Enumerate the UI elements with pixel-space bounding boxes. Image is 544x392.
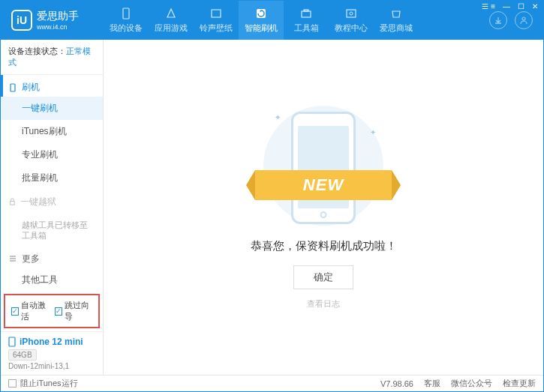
new-ribbon: NEW — [255, 170, 392, 200]
sidebar: 设备连接状态：正常模式 刷机 一键刷机 iTunes刷机 专业刷机 批量刷机 一… — [1, 40, 104, 375]
tab-my-device[interactable]: 我的设备 — [104, 1, 149, 40]
lock-icon — [8, 198, 17, 206]
jailbreak-notice: 越狱工具已转移至工具箱 — [1, 214, 103, 247]
device-storage: 64GB — [8, 349, 37, 361]
app-site: www.i4.cn — [37, 23, 79, 31]
close-icon[interactable]: ✕ — [529, 2, 541, 10]
menu-icon[interactable]: ☰ ≡ — [479, 2, 498, 10]
flash-options-highlight: ✓ 自动激活 ✓ 跳过向导 — [4, 294, 100, 328]
download-button[interactable] — [489, 11, 507, 29]
tab-label: 铃声壁纸 — [200, 22, 233, 34]
svg-point-6 — [350, 12, 353, 15]
sidebar-section-flash[interactable]: 刷机 — [1, 75, 103, 97]
tab-label: 应用游戏 — [155, 22, 188, 34]
status-label: 设备连接状态： — [8, 46, 66, 55]
tab-label: 智能刷机 — [245, 22, 278, 34]
sidebar-item-oneclick[interactable]: 一键刷机 — [1, 97, 103, 120]
tab-flash[interactable]: 智能刷机 — [239, 1, 284, 40]
toolbox-icon — [299, 7, 313, 20]
sidebar-item-batch-flash[interactable]: 批量刷机 — [1, 166, 103, 190]
svg-rect-9 — [11, 202, 15, 205]
checkbox-auto-activate[interactable]: ✓ 自动激活 — [11, 300, 49, 322]
main-content: ✦ ✦ + NEW 恭喜您，保资料刷机成功啦！ 确定 查看日志 — [104, 40, 543, 375]
logo-icon: iU — [11, 10, 32, 31]
checkbox-icon: ✓ — [11, 307, 19, 316]
wechat-link[interactable]: 微信公众号 — [451, 378, 492, 389]
svg-rect-0 — [123, 8, 129, 19]
svg-rect-8 — [11, 84, 15, 91]
tutorial-icon — [344, 7, 358, 20]
svg-rect-3 — [302, 11, 311, 17]
svg-rect-10 — [9, 337, 15, 346]
svg-rect-1 — [212, 10, 221, 17]
tab-store[interactable]: 爱思商城 — [374, 1, 419, 40]
sidebar-item-pro-flash[interactable]: 专业刷机 — [1, 143, 103, 166]
window-controls: ☰ ≡ — ☐ ✕ — [479, 0, 541, 12]
phone-icon — [8, 337, 16, 347]
ok-button[interactable]: 确定 — [293, 265, 353, 289]
version-label: V7.98.66 — [380, 379, 413, 388]
checkbox-icon: ✓ — [55, 307, 62, 316]
apps-icon — [164, 7, 178, 20]
view-log-link[interactable]: 查看日志 — [307, 298, 340, 310]
jailbreak-label: 一键越狱 — [20, 196, 56, 208]
sparkle-icon: ✦ — [370, 128, 376, 136]
device-firmware: Down-12mini-13,1 — [8, 362, 95, 370]
tab-label: 工具箱 — [294, 22, 319, 34]
phone-graphic — [291, 112, 356, 224]
device-name-text: iPhone 12 mini — [20, 337, 83, 347]
statusbar: 阻止iTunes运行 V7.98.66 客服 微信公众号 检查更新 — [1, 375, 543, 391]
svg-rect-4 — [304, 10, 308, 11]
phone-icon — [119, 7, 133, 20]
user-button[interactable] — [515, 11, 533, 29]
tab-label: 教程中心 — [335, 22, 368, 34]
connection-status: 设备连接状态：正常模式 — [1, 40, 103, 75]
svg-point-7 — [522, 17, 525, 20]
success-illustration: ✦ ✦ + NEW 恭喜您，保资料刷机成功啦！ 确定 查看日志 — [251, 106, 397, 310]
nav-tabs: 我的设备 应用游戏 铃声壁纸 智能刷机 工具箱 教程中心 爱思商城 — [104, 1, 489, 40]
more-icon — [8, 254, 17, 263]
wallpaper-icon — [209, 7, 223, 20]
flash-icon — [254, 7, 268, 20]
block-itunes-label: 阻止iTunes运行 — [20, 378, 78, 389]
phone-icon — [8, 83, 17, 92]
sidebar-section-jailbreak: 一键越狱 — [1, 190, 103, 214]
tab-apps[interactable]: 应用游戏 — [149, 1, 194, 40]
tab-label: 爱思商城 — [380, 22, 413, 34]
titlebar-actions — [489, 11, 543, 29]
ribbon-text: NEW — [303, 175, 344, 195]
check-update-link[interactable]: 检查更新 — [503, 378, 536, 389]
sparkle-icon: ✦ — [275, 113, 281, 121]
sidebar-section-more[interactable]: 更多 — [1, 247, 103, 268]
checkbox-skip-guide[interactable]: ✓ 跳过向导 — [55, 300, 92, 322]
success-message: 恭喜您，保资料刷机成功啦！ — [251, 239, 397, 253]
device-name[interactable]: iPhone 12 mini — [8, 337, 95, 347]
customer-service-link[interactable]: 客服 — [424, 378, 440, 389]
svg-rect-5 — [347, 10, 356, 17]
titlebar: ☰ ≡ — ☐ ✕ iU 爱思助手 www.i4.cn 我的设备 应用游戏 铃声… — [1, 1, 543, 40]
sidebar-item-itunes-flash[interactable]: iTunes刷机 — [1, 120, 103, 143]
tab-label: 我的设备 — [110, 22, 143, 34]
app-logo: iU 爱思助手 www.i4.cn — [1, 10, 104, 31]
minimize-icon[interactable]: — — [500, 2, 513, 10]
app-name: 爱思助手 — [37, 10, 79, 23]
store-icon — [389, 7, 403, 20]
section-label: 更多 — [22, 253, 40, 265]
checkbox-label: 跳过向导 — [65, 300, 92, 322]
maximize-icon[interactable]: ☐ — [515, 2, 527, 10]
device-info: iPhone 12 mini 64GB Down-12mini-13,1 — [1, 331, 103, 375]
tab-toolbox[interactable]: 工具箱 — [284, 1, 329, 40]
tab-tutorials[interactable]: 教程中心 — [329, 1, 374, 40]
checkbox-block-itunes[interactable] — [8, 379, 17, 388]
checkbox-label: 自动激活 — [21, 300, 49, 322]
tab-ringtones[interactable]: 铃声壁纸 — [194, 1, 239, 40]
sidebar-item-other-tools[interactable]: 其他工具 — [1, 268, 103, 291]
section-label: 刷机 — [22, 81, 40, 94]
